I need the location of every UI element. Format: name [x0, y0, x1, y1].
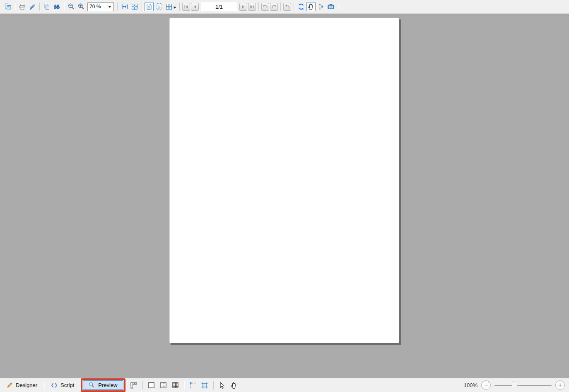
select-tool-button[interactable] [217, 380, 227, 390]
grid-lines-button[interactable] [170, 380, 181, 390]
tab-script[interactable]: Script [48, 381, 77, 390]
magnifier-minus-icon [68, 3, 75, 10]
toolbar-separator [15, 2, 15, 11]
code-brackets-icon [51, 382, 58, 388]
back-button[interactable] [283, 3, 291, 11]
ruler-icon [130, 381, 138, 390]
first-page-button[interactable] [182, 3, 190, 11]
dotted-grid-icon [159, 381, 167, 389]
toolbar-separator [142, 2, 142, 11]
guide-pin-icon [188, 381, 197, 390]
zoom-out-button[interactable] [67, 2, 76, 11]
toolbar-separator [117, 2, 118, 11]
zoom-value-input[interactable] [88, 3, 107, 10]
back-arrow-icon [284, 4, 290, 10]
zoom-in-button[interactable] [77, 2, 86, 11]
ibeam-arrow-icon [317, 3, 325, 10]
zoom-percent-label: 100% [464, 382, 477, 388]
fit-width-button[interactable] [120, 2, 129, 11]
dropdown-caret-icon [173, 7, 176, 10]
pan-tool-button[interactable] [229, 380, 239, 390]
text-select-tool-button[interactable] [316, 2, 325, 11]
zoom-select[interactable] [87, 2, 114, 11]
statusbar-separator [44, 381, 44, 390]
grid-dots-button[interactable] [158, 380, 169, 390]
page-number-field[interactable]: 1/1 [201, 2, 237, 11]
view-single-page-button[interactable] [145, 2, 154, 11]
hand-icon [307, 3, 315, 10]
preview-canvas[interactable] [0, 14, 569, 378]
magnifier-plus-icon [77, 3, 85, 10]
refresh-button[interactable] [297, 2, 306, 11]
guides-button[interactable] [188, 380, 198, 390]
toolbar-separator [280, 2, 281, 11]
magnifier-icon [89, 382, 95, 388]
statusbar-separator [213, 381, 214, 390]
prev-page-arrow-icon [192, 4, 198, 10]
last-page-button[interactable] [248, 3, 256, 11]
copy-button[interactable] [42, 2, 51, 11]
cursor-arrow-icon [218, 382, 226, 389]
find-button[interactable] [52, 2, 61, 11]
last-page-arrow-icon [249, 4, 255, 10]
crop-marks-icon [200, 381, 209, 390]
scroll-icon [29, 3, 36, 10]
tab-designer-label: Designer [16, 382, 37, 388]
copy-icon [43, 3, 51, 10]
snap-button[interactable] [200, 380, 210, 390]
hand-tool-button[interactable] [306, 2, 316, 11]
tab-designer[interactable]: Designer [3, 381, 41, 390]
fit-page-icon [131, 3, 138, 10]
fit-width-icon [121, 3, 128, 10]
binoculars-icon [53, 3, 60, 10]
zoom-decrease-button[interactable]: − [481, 380, 491, 390]
toolbar-separator [258, 2, 259, 11]
empty-square-icon [147, 381, 155, 389]
first-page-arrow-icon [183, 4, 189, 10]
multipage-grid-icon [165, 3, 173, 10]
zoom-increase-button[interactable]: + [555, 380, 565, 390]
continuous-pages-icon [155, 3, 163, 10]
export-button[interactable] [28, 2, 37, 11]
print-button[interactable] [18, 2, 27, 11]
zoom-slider-track[interactable] [494, 385, 552, 386]
statusbar-separator [142, 381, 143, 390]
dropdown-caret-icon[interactable] [108, 6, 111, 10]
report-page[interactable] [169, 18, 399, 343]
tab-script-label: Script [60, 382, 74, 388]
page-window-icon [4, 3, 12, 10]
zoom-slider[interactable] [494, 381, 552, 390]
next-page-button[interactable] [239, 3, 247, 11]
ruler-button[interactable] [129, 380, 139, 390]
single-page-icon [145, 3, 153, 10]
statusbar: Designer Script Preview [0, 378, 569, 392]
view-multipage-button[interactable] [164, 2, 177, 11]
next-page-arrow-icon [241, 4, 246, 10]
toolbar-separator [338, 2, 338, 11]
hand-icon [230, 382, 238, 389]
tab-preview[interactable]: Preview [83, 380, 123, 390]
fit-page-button[interactable] [130, 2, 139, 11]
redo-button[interactable] [270, 3, 278, 11]
statusbar-separator [184, 381, 184, 390]
printer-icon [19, 3, 26, 10]
toolbar-separator [179, 2, 180, 11]
toolbar-separator [294, 2, 294, 11]
grid-none-button[interactable] [146, 380, 157, 390]
zoom-slider-thumb[interactable] [512, 382, 517, 389]
view-continuous-button[interactable] [154, 2, 164, 11]
zoom-cluster: 100% − + [464, 380, 565, 390]
page-setup-button[interactable] [3, 2, 12, 11]
line-grid-icon [171, 381, 179, 389]
toolbar-separator [64, 2, 64, 11]
prev-page-button[interactable] [191, 3, 199, 11]
pencil-icon [7, 382, 13, 388]
tab-preview-label: Preview [98, 382, 117, 388]
redo-arrow-icon [271, 4, 277, 10]
preview-toolbar: 1/1 [0, 0, 569, 14]
camera-icon [327, 3, 335, 10]
annotation-highlight-box: Preview [81, 378, 125, 392]
undo-arrow-icon [262, 4, 268, 10]
undo-button[interactable] [261, 3, 269, 11]
snapshot-button[interactable] [326, 2, 335, 11]
